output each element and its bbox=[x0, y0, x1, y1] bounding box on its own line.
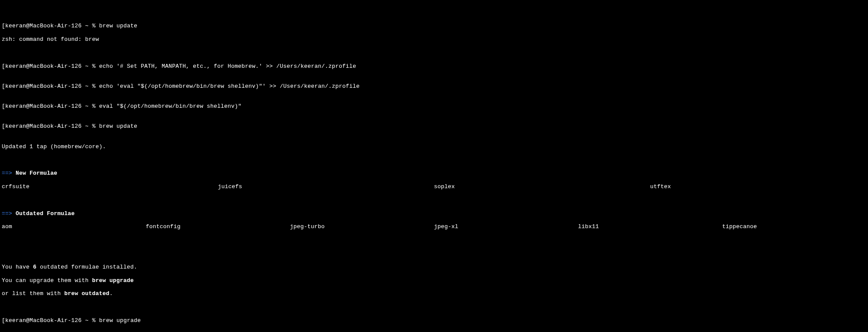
info-line: You can upgrade them with brew upgrade bbox=[2, 277, 866, 284]
prompt-line: [keeran@MacBook-Air-126 ~ % brew update bbox=[2, 23, 866, 29]
outdated-formulae-row: aom fontconfig jpeg-turbo jpeg-xl libx11… bbox=[2, 223, 866, 230]
prompt-line: [keeran@MacBook-Air-126 ~ % eval "$(/opt… bbox=[2, 103, 866, 110]
blank-line bbox=[2, 244, 866, 250]
prompt-line: [keeran@MacBook-Air-126 ~ % echo '# Set … bbox=[2, 63, 866, 70]
prompt-line: [keeran@MacBook-Air-126 ~ % echo 'eval "… bbox=[2, 83, 866, 90]
new-formulae-row: crfsuite juicefs soplex utftex bbox=[2, 183, 866, 190]
formula: jpeg-turbo bbox=[290, 223, 434, 230]
info-line: or list them with brew outdated. bbox=[2, 290, 866, 297]
formula: crfsuite bbox=[2, 183, 218, 190]
formula: jpeg-xl bbox=[434, 223, 578, 230]
prompt-line: [keeran@MacBook-Air-126 ~ % brew upgrade bbox=[2, 317, 866, 324]
arrow-icon: ==> bbox=[2, 210, 12, 217]
prompt-line: [keeran@MacBook-Air-126 ~ % brew update bbox=[2, 123, 866, 129]
info-line: You have 6 outdated formulae installed. bbox=[2, 264, 866, 270]
section-outdated-formulae: ==> Outdated Formulae bbox=[2, 210, 866, 217]
formula: juicefs bbox=[218, 183, 434, 190]
formula: tippecanoe bbox=[722, 223, 866, 230]
formula: fontconfig bbox=[146, 223, 290, 230]
arrow-icon: ==> bbox=[2, 170, 12, 176]
error-line: zsh: command not found: brew bbox=[2, 36, 866, 43]
formula: soplex bbox=[434, 183, 650, 190]
terminal[interactable]: [keeran@MacBook-Air-126 ~ % brew update … bbox=[0, 0, 868, 332]
formula: utftex bbox=[650, 183, 866, 190]
formula: libx11 bbox=[578, 223, 722, 230]
section-new-formulae: ==> New Formulae bbox=[2, 170, 866, 176]
formula: aom bbox=[2, 223, 146, 230]
output-line: Updated 1 tap (homebrew/core). bbox=[2, 143, 866, 150]
